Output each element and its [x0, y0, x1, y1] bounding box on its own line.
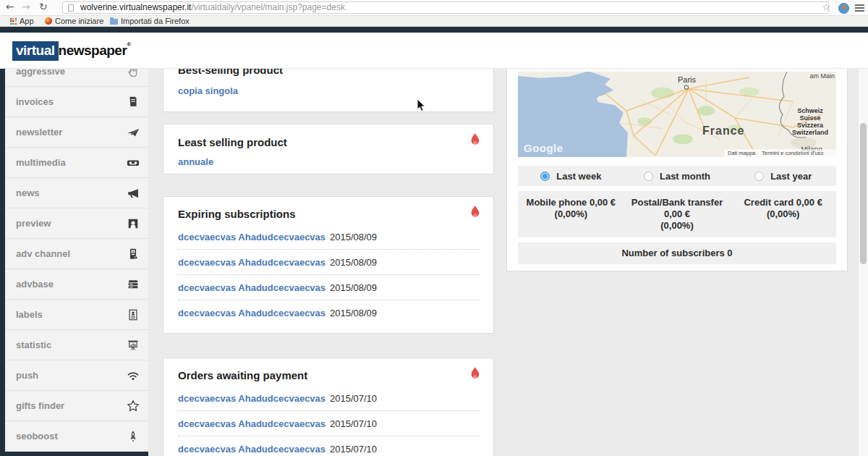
radio-last-week[interactable]: Last week [518, 171, 624, 182]
order-date: 2015/07/10 [330, 386, 377, 411]
stat-line: (0,00%) [624, 220, 731, 232]
bookmark-importati-da-firefox[interactable]: Importati da Firefox [110, 17, 190, 26]
sidebar: aggressive invoices newsletter multimedi… [5, 69, 148, 456]
stat-line: Postal/Bank transfer [624, 197, 731, 208]
sidebar-item-statistic[interactable]: statistic [5, 330, 148, 360]
stat-mobile-phone: Mobile phone 0,00 € (0,00%) [518, 197, 624, 232]
logo-virtual: virtual [12, 41, 59, 61]
sidebar-item-push[interactable]: push [5, 360, 148, 391]
wifi-icon [127, 369, 140, 382]
bookmark-label: App [20, 17, 34, 25]
browser-profile-avatar[interactable] [838, 3, 849, 14]
flame-icon [468, 132, 482, 151]
expiry-date: 2015/08/09 [330, 300, 377, 326]
stat-credit-card: Credit card 0,00 € (0,00%) [730, 197, 836, 232]
bookmark-label: Come iniziare [55, 17, 103, 25]
logo-newspaper: newspaper [59, 43, 127, 58]
radio-last-month[interactable]: Last month [624, 171, 731, 182]
stat-line: (0,00%) [730, 208, 836, 220]
payment-stats: Mobile phone 0,00 € (0,00%) Postal/Bank … [518, 191, 836, 237]
folder-icon [110, 19, 118, 25]
subscription-row: dcecvaecvas Ahadudcecvaecvas 2015/08/09 [178, 224, 480, 250]
sidebar-item-seoboost[interactable]: seoboost [5, 421, 148, 452]
radio-unselected-icon [644, 172, 653, 181]
page-scrollbar-track[interactable] [858, 69, 868, 456]
bookmark-star-icon[interactable]: ☆ [822, 1, 830, 12]
map-label-schweiz: Schweiz [797, 107, 823, 114]
bookmarks-bar: App Come iniziare Importati da Firefox [0, 16, 868, 27]
least-selling-link[interactable]: annuale [178, 156, 213, 167]
subscription-row: dcecvaecvas Ahadudcecvaecvas 2015/08/09 [178, 275, 480, 300]
expiring-subscriptions-card: Expiring subscriptions dcecvaecvas Ahadu… [163, 196, 494, 334]
browser-toolbar: ← → ↻ wolverine.virtualnewspaper.it/virt… [0, 0, 868, 16]
order-link[interactable]: dcecvaecvas Ahadudcecvaecvas [178, 436, 326, 456]
best-selling-link[interactable]: copia singola [178, 85, 238, 96]
google-watermark: Google [524, 143, 563, 154]
person-badge-icon [127, 217, 140, 230]
sidebar-item-news[interactable]: news [5, 178, 148, 208]
subscriptions-map-card: Paris France Schweiz Suisse Svizzera Swi… [506, 69, 848, 271]
map-attribution-data[interactable]: Dati mappa [728, 150, 756, 156]
hand-icon [127, 69, 140, 78]
card-title: Expiring subscriptions [178, 208, 493, 220]
url-bar[interactable]: wolverine.virtualnewspaper.it/virtualdai… [62, 1, 829, 14]
card-title: Orders awaiting payment [178, 369, 493, 381]
mouse-cursor [417, 98, 425, 115]
sidebar-item-preview[interactable]: preview [5, 208, 148, 239]
server-icon [127, 278, 140, 291]
url-host: wolverine.virtualnewspaper.it [80, 2, 191, 12]
presentation-icon [127, 339, 140, 352]
apps-grid-icon [10, 18, 17, 25]
sidebar-item-adv-channel[interactable]: adv channel $ [5, 239, 148, 269]
subscriber-link[interactable]: dcecvaecvas Ahadudcecvaecvas [178, 275, 326, 300]
sidebar-item-gifts-finder[interactable]: gifts finder [5, 391, 148, 421]
sidebar-item-multimedia[interactable]: multimedia [5, 148, 148, 178]
period-selector: Last week Last month Last year [518, 166, 836, 186]
map-label-switzerland: Switzerland [792, 129, 828, 136]
stat-postal-bank-transfer: Postal/Bank transfer 0,00 € (0,00%) [624, 197, 731, 232]
stat-line: Credit card 0,00 € [730, 197, 836, 208]
bookmark-come-iniziare[interactable]: Come iniziare [45, 17, 103, 26]
order-link[interactable]: dcecvaecvas Ahadudcecvaecvas [178, 411, 326, 436]
subscriber-link[interactable]: dcecvaecvas Ahadudcecvaecvas [178, 250, 326, 275]
reload-icon[interactable]: ↻ [39, 1, 48, 12]
radio-label: Last month [660, 171, 710, 182]
page-top-strip [0, 27, 868, 33]
map-attribution-terms[interactable]: Termini e condizioni d'uso [762, 150, 823, 156]
subscription-rows: dcecvaecvas Ahadudcecvaecvas 2015/08/09 … [178, 224, 480, 326]
radio-selected-icon [540, 172, 550, 181]
app-logo[interactable]: virtualnewspaper® [12, 41, 131, 61]
star-icon [127, 400, 140, 413]
card-title: Best-selling product [178, 69, 493, 76]
map[interactable]: Paris France Schweiz Suisse Svizzera Swi… [518, 72, 836, 157]
sidebar-item-newsletter[interactable]: newsletter [5, 117, 148, 148]
voicemail-icon [127, 156, 140, 169]
forward-icon[interactable]: → [22, 1, 30, 12]
svg-text:$: $ [132, 250, 135, 253]
subscriber-count: Number of subscribers 0 [518, 242, 836, 264]
best-selling-card: Best-selling product copia singola [163, 69, 494, 112]
sidebar-item-labels[interactable]: labels [5, 300, 148, 330]
subscriber-link[interactable]: dcecvaecvas Ahadudcecvaecvas [178, 224, 326, 250]
radio-last-year[interactable]: Last year [730, 171, 836, 182]
bookmark-label: Importati da Firefox [121, 17, 190, 25]
sidebar-item-advbase[interactable]: advbase [5, 269, 148, 300]
subscriber-link[interactable]: dcecvaecvas Ahadudcecvaecvas [178, 300, 326, 326]
expiry-date: 2015/08/09 [330, 275, 377, 300]
radio-label: Last week [556, 171, 601, 182]
bookmark-apps[interactable]: App [10, 17, 34, 26]
map-label-suisse: Suisse [800, 114, 821, 122]
browser-menu-icon[interactable] [855, 4, 864, 12]
sidebar-item-next-partial[interactable] [5, 452, 148, 456]
order-row: dcecvaecvas Ahadudcecvaecvas 2015/07/10 [178, 411, 480, 436]
sidebar-item-aggressive[interactable]: aggressive [5, 69, 148, 87]
label-card-icon [127, 308, 140, 321]
megaphone-icon [127, 187, 140, 200]
order-link[interactable]: dcecvaecvas Ahadudcecvaecvas [178, 386, 326, 411]
sidebar-item-invoices[interactable]: invoices [5, 87, 148, 117]
invoice-icon [127, 96, 140, 109]
back-icon[interactable]: ← [6, 1, 14, 12]
order-row: dcecvaecvas Ahadudcecvaecvas 2015/07/10 [178, 386, 480, 411]
rocket-icon [127, 430, 140, 443]
page-scrollbar-thumb[interactable] [860, 123, 867, 264]
